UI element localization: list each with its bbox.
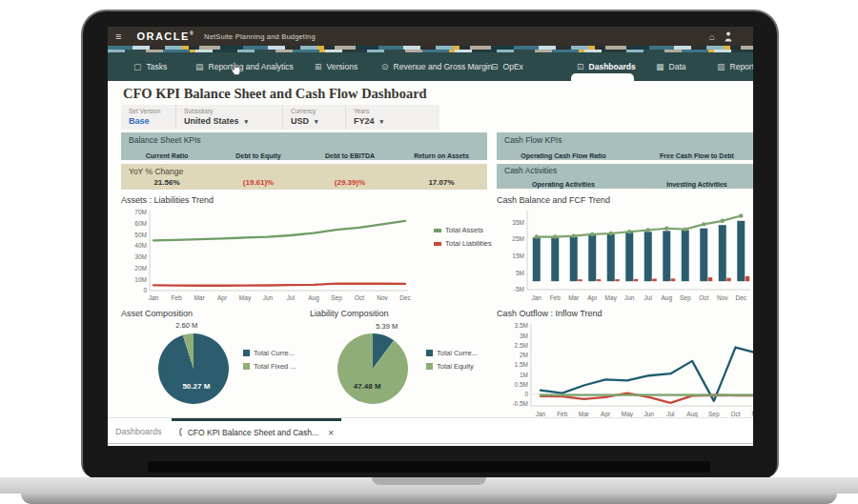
reporting-icon: ▤ <box>195 62 204 71</box>
assets-liabilities-line-chart: 010M20M30M40M50M60M70MJanFebMarAprMayJun… <box>121 208 417 303</box>
yoy-value: (19.61)% <box>213 178 304 187</box>
svg-text:Nov: Nov <box>751 411 753 417</box>
hand-cursor <box>230 61 242 76</box>
yoy-value: 21.56% <box>121 178 213 187</box>
assets-liabilities-legend: Total Assets Total Liabilities <box>434 226 492 248</box>
svg-text:Jul: Jul <box>666 411 675 417</box>
svg-text:Sep: Sep <box>331 294 342 302</box>
liability-composition-legend: Total Curre... Total Equity <box>426 349 478 371</box>
kpi-label: Return on Assets <box>414 152 469 159</box>
filter-currency[interactable]: Currency USD▾ <box>283 105 346 130</box>
svg-text:Jan: Jan <box>536 411 546 417</box>
set-version-value[interactable]: Base <box>129 116 168 126</box>
svg-text:20M: 20M <box>134 265 147 272</box>
dashboard-content: CFO KPI Balance Sheet and Cash Flow Dash… <box>108 81 753 417</box>
dashboard-tab-icon <box>179 428 182 438</box>
kpi-label: Free Cash Flow to Debt <box>660 152 734 159</box>
svg-text:Jul: Jul <box>644 294 653 301</box>
svg-text:May: May <box>605 294 618 302</box>
product-name: NetSuite Planning and Budgeting <box>204 32 316 41</box>
svg-text:40M: 40M <box>134 242 147 249</box>
titlebar: ≡ ORACLE® NetSuite Planning and Budgetin… <box>108 27 753 46</box>
svg-text:Oct: Oct <box>355 294 364 301</box>
svg-text:2.5M: 2.5M <box>515 342 528 349</box>
chevron-down-icon: ▾ <box>380 118 384 125</box>
yoy-value: 17.07% <box>396 178 487 187</box>
balance-sheet-kpis-band: Balance Sheet KPIs Current Ratio1.65 Deb… <box>121 132 487 160</box>
nav-item-opex[interactable]: ⊟OpEx <box>491 52 523 81</box>
nav-item-data[interactable]: ▦Data <box>656 52 685 81</box>
svg-text:Jun: Jun <box>263 294 274 301</box>
svg-text:Feb: Feb <box>557 411 568 417</box>
svg-text:Jul: Jul <box>287 294 296 301</box>
decorative-mosaic-strip <box>108 46 753 52</box>
svg-text:0.5M: 0.5M <box>515 381 528 388</box>
nav-item-versions[interactable]: ⊞Versions <box>315 52 358 81</box>
svg-text:Apr: Apr <box>587 294 598 302</box>
nav-item-reports[interactable]: ▥Reports <box>717 52 753 81</box>
svg-text:2M: 2M <box>520 352 528 358</box>
svg-text:0: 0 <box>524 391 528 397</box>
svg-text:60M: 60M <box>134 220 147 227</box>
page-title: CFO KPI Balance Sheet and Cash Flow Dash… <box>123 86 427 102</box>
footer-tab-label: CFO KPI Balance Sheet and Cash... <box>188 428 319 437</box>
legend-swatch-current-liabilities <box>426 350 433 356</box>
filter-set-version[interactable]: Set Version Base <box>121 105 176 130</box>
asset-composition-panel: Asset Composition 50.27 M2.60 M Total Cu… <box>121 309 308 413</box>
kpi-label: Current Ratio <box>146 152 189 159</box>
kpi-label: Investing Activities <box>666 181 727 188</box>
svg-text:3M: 3M <box>520 333 528 339</box>
laptop-base-notch <box>372 477 486 485</box>
cash-outflow-inflow-chart: -0.5M00.5M1M1.5M2M2.5M3M3.5MJanFebMarApr… <box>497 320 753 419</box>
home-icon[interactable]: ⌂ <box>709 31 715 42</box>
filter-bar: Set Version Base Subsidiary United State… <box>121 105 439 130</box>
svg-text:Jun: Jun <box>644 411 654 417</box>
close-tab-icon[interactable]: × <box>328 428 334 438</box>
cash-balance-fcf-chart: -5M5M15M25M35MJanFebMarAprMayJunJulAugSe… <box>497 208 753 303</box>
svg-text:25M: 25M <box>512 235 524 242</box>
svg-text:Dec: Dec <box>399 294 411 301</box>
svg-text:3.5M: 3.5M <box>515 322 528 329</box>
app-screen: ≡ ORACLE® NetSuite Planning and Budgetin… <box>108 27 753 446</box>
laptop-base-bottom <box>21 494 837 504</box>
svg-text:Nov: Nov <box>717 294 728 301</box>
tasks-icon: ▢ <box>133 62 142 71</box>
versions-icon: ⊞ <box>315 62 322 71</box>
svg-text:-0.5M: -0.5M <box>512 400 528 407</box>
svg-text:2.60 M: 2.60 M <box>175 321 197 330</box>
main-nav: ▢Tasks ▤Reporting and Analytics ⊞Version… <box>108 52 753 81</box>
liability-composition-panel: Liability Composition 5.39 M47.48 M Tota… <box>310 309 497 413</box>
svg-text:5.39 M: 5.39 M <box>376 322 398 331</box>
filter-subsidiary[interactable]: Subsidiary United States▾ <box>176 105 283 130</box>
svg-text:0: 0 <box>143 287 147 293</box>
svg-text:Jan: Jan <box>532 294 542 301</box>
svg-text:1M: 1M <box>520 372 528 378</box>
nav-item-tasks[interactable]: ▢Tasks <box>133 52 167 81</box>
svg-text:Mar: Mar <box>194 294 205 301</box>
laptop-mockup: ≡ ORACLE® NetSuite Planning and Budgetin… <box>0 0 858 504</box>
svg-text:70M: 70M <box>134 209 147 215</box>
nav-item-reporting-analytics[interactable]: ▤Reporting and Analytics <box>195 52 294 81</box>
cash-balance-fcf-panel: Cash Balance and FCF Trend -5M5M15M25M35… <box>497 195 753 306</box>
footer-active-tab[interactable]: CFO KPI Balance Sheet and Cash... × <box>172 418 341 444</box>
data-icon: ▦ <box>656 62 664 71</box>
svg-text:35M: 35M <box>512 219 524 226</box>
chevron-down-icon: ▾ <box>245 118 249 125</box>
legend-swatch-total-equity <box>426 363 433 370</box>
nav-item-revenue-gross-margin[interactable]: ⊙Revenue and Gross Margin <box>381 52 493 81</box>
dashboards-icon: ⊡ <box>577 62 584 71</box>
hamburger-menu-icon[interactable]: ≡ <box>115 30 121 42</box>
oracle-logo: ORACLE® <box>136 30 194 42</box>
user-icon[interactable] <box>725 31 732 42</box>
yoy-change-band: YoY % Change 21.56% (19.61)% (29.39)% 17… <box>121 164 487 190</box>
svg-text:10M: 10M <box>134 276 147 283</box>
filter-years[interactable]: Years FY24▾ <box>346 105 405 130</box>
kpi-label: Operating Cash Flow Ratio <box>521 152 605 159</box>
svg-text:Oct: Oct <box>730 411 740 417</box>
svg-text:Jan: Jan <box>149 294 159 301</box>
legend-swatch-fixed-assets <box>243 363 250 370</box>
reports-icon: ▥ <box>717 62 725 71</box>
bottom-tab-bar: Dashboards CFO KPI Balance Sheet and Cas… <box>108 417 753 446</box>
opex-icon: ⊟ <box>491 62 499 71</box>
svg-text:50.27 M: 50.27 M <box>182 382 210 391</box>
